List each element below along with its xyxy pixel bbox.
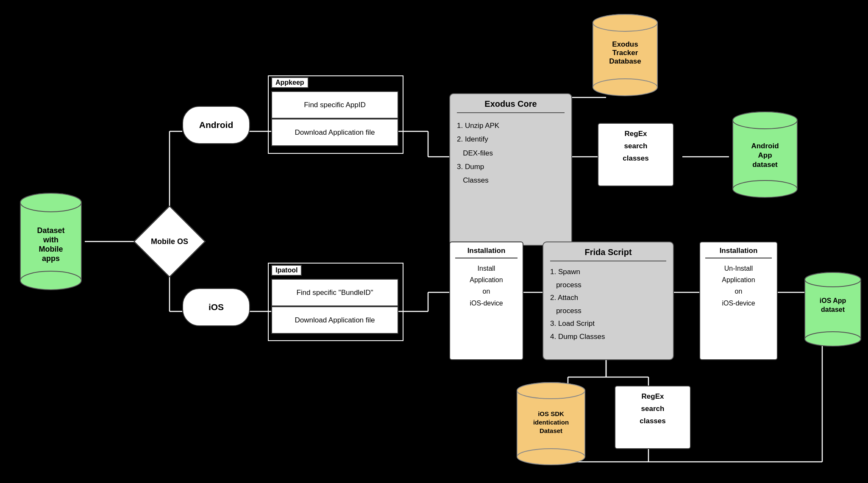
android-node: Android [182,106,250,144]
find-appid-box: Find specific AppID [271,91,398,119]
svg-text:Dataset: Dataset [540,427,562,434]
svg-text:with: with [43,236,58,244]
ipatool-tag: Ipatool [271,265,302,276]
svg-point-61 [517,383,585,399]
svg-point-55 [805,272,861,287]
installation-ios-uninstall-box: Installation Un-InstallApplicationoniOS-… [699,242,778,360]
frida-title: Frida Script [550,247,666,261]
find-bundleid-box: Find specific "BundleID" [271,279,398,306]
download-ipa-label: Download Application file [295,316,375,325]
exodus-core-title: Exodus Core [457,99,565,113]
uninstall-ios-detail: Un-InstallApplicationoniOS-device [705,263,772,309]
svg-point-60 [517,449,585,465]
ios-sdk-db-cylinder: iOS SDK identication Dataset [513,381,589,466]
regex-ios-box: RegExsearchclasses [615,386,691,449]
svg-text:App: App [758,151,772,159]
svg-text:Exodus: Exodus [612,40,638,48]
svg-text:Dataset: Dataset [37,226,64,235]
svg-text:Database: Database [609,57,641,65]
mobile-os-label: Mobile OS [151,237,188,246]
svg-text:iOS SDK: iOS SDK [538,410,564,417]
exodus-db-cylinder: Exodus Tracker Database [589,13,661,97]
ios-node: iOS [182,288,250,326]
svg-text:Android: Android [751,142,779,150]
android-label: Android [199,120,233,130]
mobile-os-diamond: Mobile OS [131,208,208,275]
download-ipa-box: Download Application file [271,306,398,334]
ios-label: iOS [209,302,224,312]
regex-android-label: RegExsearchclasses [604,128,668,165]
android-dataset-cylinder: Android App dataset [729,110,801,199]
download-apk-label: Download Application file [295,128,375,137]
svg-text:dataset: dataset [752,161,778,169]
dataset-cylinder: Dataset with Mobile apps [17,191,85,292]
svg-text:apps: apps [42,254,60,263]
svg-text:Tracker: Tracker [612,49,638,57]
svg-text:identication: identication [533,419,569,426]
svg-point-54 [805,332,861,346]
installation-ios-install-title: Installation [455,247,517,258]
frida-list: 1. Spawn process 2. Attach process 3. Lo… [550,266,666,344]
ios-dataset-cylinder: iOS App dataset [801,271,865,347]
download-apk-box: Download Application file [271,119,398,146]
frida-box: Frida Script 1. Spawn process 2. Attach … [542,242,674,360]
svg-point-40 [593,79,657,96]
exodus-core-box: Exodus Core 1. Unzip APK 2. Identify DEX… [449,93,572,246]
svg-point-48 [733,112,797,129]
installation-ios-install-box: Installation InstallApplicationoniOS-dev… [449,242,523,360]
find-appid-label: Find specific AppID [304,101,366,109]
regex-ios-label: RegExsearchclasses [620,391,685,427]
svg-point-47 [733,180,797,197]
install-ios-detail: InstallApplicationoniOS-device [455,263,517,309]
svg-point-32 [20,271,81,290]
installation-ios-uninstall-title: Installation [705,247,772,258]
svg-text:Mobile: Mobile [39,245,63,253]
svg-point-41 [593,14,657,31]
svg-point-33 [20,193,81,212]
appkeep-tag: Appkeep [271,77,309,88]
svg-text:dataset: dataset [821,306,845,313]
svg-text:iOS App: iOS App [820,297,846,304]
find-bundleid-label: Find specific "BundleID" [296,289,373,297]
regex-android-box: RegExsearchclasses [598,123,674,186]
exodus-core-list: 1. Unzip APK 2. Identify DEX-files 3. Du… [457,119,565,187]
